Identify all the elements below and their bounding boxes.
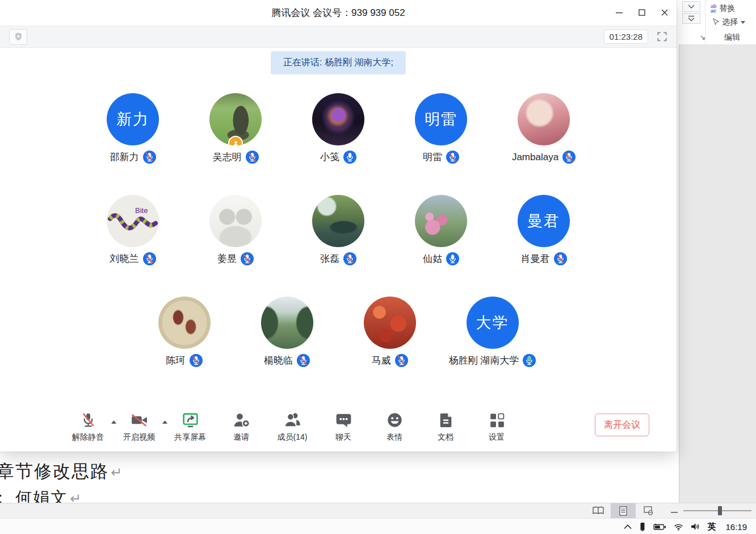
word-document-page: 章节修改思路↵ ： 何娟文↵ bbox=[0, 452, 679, 503]
desktop: ab ac 替换 选择 编辑 章节修改思路↵ ： 何娟文↵ bbox=[0, 0, 756, 534]
chat-button[interactable]: 聊天 bbox=[318, 398, 369, 452]
zoom-slider[interactable] bbox=[683, 510, 751, 511]
speaker-icon[interactable] bbox=[691, 523, 700, 531]
documents-label: 文档 bbox=[438, 432, 453, 443]
avatar: 曼君 bbox=[518, 195, 570, 247]
replace-icon: ab ac bbox=[711, 4, 717, 13]
mic-muted-icon bbox=[241, 252, 254, 265]
dialog-launcher-icon bbox=[699, 34, 706, 41]
unmute-button[interactable]: 解除静音 bbox=[62, 398, 114, 452]
participant-tile[interactable]: 曼君 肖曼君 bbox=[493, 195, 595, 265]
participant-row: 新力 邵新力 吴志明 小笺 明雷 明雷 bbox=[82, 93, 595, 164]
participant-tile[interactable]: 马威 bbox=[338, 297, 441, 367]
word-ribbon-fragment: ab ac 替换 选择 编辑 bbox=[679, 0, 756, 45]
show-hidden-icons-chevron[interactable] bbox=[624, 524, 632, 529]
mic-muted-icon bbox=[190, 354, 203, 367]
avatar bbox=[209, 93, 262, 145]
zoom-out-button[interactable] bbox=[671, 506, 678, 516]
participant-tile[interactable]: 新力 邵新力 bbox=[82, 93, 184, 164]
mic-speaking-icon bbox=[523, 354, 536, 367]
avatar bbox=[312, 93, 364, 145]
input-language-indicator[interactable]: 英 bbox=[707, 522, 716, 532]
avatar bbox=[415, 195, 467, 247]
mic-muted-icon bbox=[143, 252, 156, 265]
document-icon bbox=[436, 411, 455, 429]
mic-muted-icon bbox=[446, 151, 459, 164]
participant-name: 吴志明 bbox=[213, 151, 242, 164]
meeting-title: 腾讯会议 会议号：939 939 052 bbox=[271, 6, 405, 19]
participant-tile[interactable]: 姜昱 bbox=[184, 195, 287, 265]
fullscreen-button[interactable] bbox=[657, 31, 667, 42]
invite-label: 邀请 bbox=[233, 432, 249, 443]
guest-badge bbox=[228, 136, 243, 145]
meeting-security-button[interactable] bbox=[9, 29, 27, 45]
participant-name: 仙姑 bbox=[423, 252, 442, 265]
avatar-initials: 新力 bbox=[116, 109, 149, 130]
settings-button[interactable]: 设置 bbox=[471, 398, 522, 452]
participant-tile[interactable]: 明雷 明雷 bbox=[390, 93, 493, 164]
participant-tile[interactable]: 吴志明 bbox=[184, 93, 287, 164]
edit-group-label: 编辑 bbox=[711, 32, 754, 43]
participant-tile[interactable]: 大学 杨胜刚 湖南大学 bbox=[441, 297, 544, 367]
close-button[interactable] bbox=[655, 5, 674, 20]
replace-button[interactable]: ab ac 替换 bbox=[711, 3, 736, 14]
invite-button[interactable]: 邀请 bbox=[216, 398, 267, 452]
mic-muted-icon bbox=[562, 151, 576, 164]
documents-button[interactable]: 文档 bbox=[420, 398, 471, 452]
emoji-button[interactable]: 表情 bbox=[369, 398, 420, 452]
web-layout-icon bbox=[644, 506, 653, 515]
read-mode-button[interactable] bbox=[586, 503, 611, 518]
chat-label: 聊天 bbox=[335, 432, 351, 443]
zoom-slider-handle[interactable] bbox=[718, 506, 722, 515]
paragraph-mark: ↵ bbox=[70, 491, 82, 503]
mic-muted-icon bbox=[246, 151, 259, 164]
start-video-button[interactable]: 开启视频 bbox=[114, 398, 165, 452]
battery-charging-icon[interactable] bbox=[653, 523, 666, 531]
participant-name: 姜昱 bbox=[217, 252, 237, 265]
meeting-titlebar: 腾讯会议 会议号：939 939 052 bbox=[0, 0, 677, 26]
participant-name: 杨胜刚 湖南大学 bbox=[449, 354, 519, 367]
windows-taskbar: 英 16:19 bbox=[0, 518, 756, 534]
taskbar-clock[interactable]: 16:19 bbox=[725, 522, 747, 532]
meeting-toolbar: 解除静音 开启视频 共享屏幕 bbox=[0, 398, 677, 452]
participant-tile[interactable]: Bite 刘晓兰 bbox=[82, 195, 184, 265]
participant-name: 邵新力 bbox=[110, 151, 139, 164]
participant-tile[interactable]: 楊晓临 bbox=[236, 297, 338, 367]
device-icon[interactable] bbox=[639, 522, 646, 531]
shield-plus-icon bbox=[14, 32, 23, 41]
print-layout-button[interactable] bbox=[611, 503, 636, 518]
wifi-icon[interactable] bbox=[674, 523, 683, 531]
fullscreen-icon bbox=[657, 31, 667, 42]
share-screen-button[interactable]: 共享屏幕 bbox=[165, 398, 216, 452]
paragraph-mark: ↵ bbox=[111, 465, 123, 480]
meeting-duration-timer: 01:23:28 bbox=[604, 30, 648, 44]
participant-name: 楊晓临 bbox=[264, 354, 293, 367]
select-button[interactable]: 选择 bbox=[712, 17, 745, 27]
dialog-launcher-button[interactable] bbox=[699, 33, 706, 43]
leave-meeting-button[interactable]: 离开会议 bbox=[595, 414, 649, 436]
minimize-button[interactable] bbox=[610, 5, 629, 20]
participant-tile[interactable]: 仙姑 bbox=[390, 195, 493, 265]
mic-muted-icon bbox=[297, 354, 310, 367]
participant-tile[interactable]: Jambalaya bbox=[493, 93, 595, 164]
participant-tile[interactable]: 陈珂 bbox=[133, 297, 236, 367]
web-layout-button[interactable] bbox=[636, 503, 661, 518]
avatar: 大学 bbox=[467, 297, 519, 349]
gallery-scroll-down-button[interactable] bbox=[682, 1, 700, 12]
members-icon bbox=[283, 411, 302, 429]
avatar bbox=[518, 93, 570, 145]
participant-tile[interactable]: 张磊 bbox=[287, 195, 390, 265]
start-video-label: 开启视频 bbox=[123, 432, 155, 443]
chevron-more-icon bbox=[688, 15, 695, 22]
settings-icon bbox=[488, 411, 506, 429]
members-button[interactable]: 成员(14) bbox=[267, 398, 318, 452]
dropdown-arrow-icon bbox=[741, 21, 745, 24]
maximize-button[interactable] bbox=[632, 5, 652, 20]
mic-muted-icon bbox=[143, 151, 156, 164]
word-page-surround bbox=[679, 44, 756, 503]
settings-label: 设置 bbox=[489, 432, 505, 443]
gallery-more-button[interactable] bbox=[682, 13, 700, 24]
snake-art: Bite bbox=[107, 195, 159, 247]
participant-tile[interactable]: 小笺 bbox=[287, 93, 390, 164]
participant-name: 陈珂 bbox=[166, 354, 186, 367]
